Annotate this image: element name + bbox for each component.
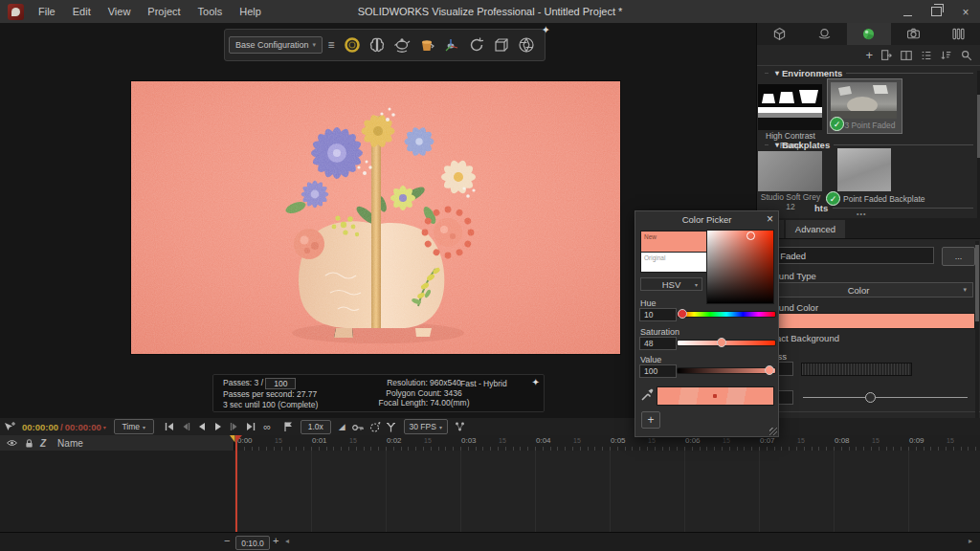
custom-swatch-strip[interactable] [657,386,774,406]
hue-slider-knob[interactable] [678,309,687,319]
close-button[interactable]: × [953,1,978,24]
loop-button[interactable]: ∞ [259,420,276,433]
detail-list-button[interactable] [920,49,933,62]
saturation-slider-knob[interactable] [717,338,726,347]
environment-thumb-3-point-faded[interactable]: ✓ 3 Point Faded [827,78,902,134]
tab-advanced[interactable]: Advanced [786,220,845,238]
skip-end-button[interactable] [243,420,259,433]
configuration-dropdown[interactable]: Base Configuration ▾ [229,36,323,54]
new-color-swatch[interactable]: New [640,231,717,253]
hue-slider[interactable] [677,311,776,318]
more-options-button[interactable]: ... [942,247,975,266]
denoiser-button[interactable] [365,33,390,57]
rotation-slider-track[interactable] [803,397,968,398]
play-button[interactable] [211,420,227,433]
backplate-thumb-studio-soft-grey[interactable] [758,151,822,191]
saturation-input[interactable]: 48 [639,337,677,350]
camera-view-button[interactable] [489,33,514,57]
turntable-button[interactable] [464,33,489,57]
render-mode-button[interactable] [390,33,414,57]
close-icon[interactable]: × [767,212,773,226]
curve-icon[interactable]: Z [40,438,46,449]
select-tool-icon[interactable] [3,421,16,433]
chevron-down-icon: ▾ [963,286,967,294]
zoom-in-button[interactable]: + [273,535,278,546]
scroll-right-arrow[interactable]: ▸ [969,537,972,545]
stats-pin-icon[interactable]: ✦ [532,377,540,387]
backplate-thumb-point-faded[interactable] [837,148,891,191]
tab-libraries[interactable] [936,23,980,45]
menu-edit[interactable]: Edit [64,0,100,23]
paint-bucket-button[interactable] [414,33,439,57]
auto-key-button[interactable] [452,420,468,433]
time-mode-dropdown[interactable]: Time ▾ [114,419,154,434]
step-back-button[interactable] [178,420,194,433]
zoom-out-button[interactable]: − [224,535,230,546]
add-swatch-button[interactable]: + [641,411,660,429]
tab-appearances[interactable] [802,23,847,45]
ramp-icon: ◢ [339,422,345,431]
timecode-caret-icon[interactable]: ▾ [103,424,106,430]
ramp-button[interactable]: ◢ [334,420,350,433]
ghost-button[interactable] [367,420,383,433]
partial-section-header[interactable]: hts [814,203,973,213]
original-color-label: Original [644,254,665,261]
saturation-value-square[interactable] [706,230,774,304]
saturation-slider[interactable] [677,340,776,346]
render-eta: 3 sec until 100 (Complete) [223,400,318,410]
value-input[interactable]: 100 [639,364,677,378]
fps-dropdown[interactable]: 30 FPS ▾ [404,419,448,434]
appearance-ring-button[interactable] [340,33,365,57]
value-slider[interactable] [677,367,776,374]
value-slider-knob[interactable] [765,365,774,375]
menu-view[interactable]: View [100,0,140,23]
environments-section-header[interactable]: ▾ Environments [761,68,977,78]
resize-grip[interactable] [769,428,777,435]
keyframe-button[interactable] [350,420,367,433]
lock-icon[interactable] [24,438,34,449]
hue-input[interactable]: 10 [639,308,677,321]
step-forward-button[interactable] [227,420,243,433]
sort-button[interactable] [940,49,953,62]
splitter-handle[interactable]: ••• [857,210,866,217]
tab-models[interactable] [757,23,802,45]
timeline-zoom-input[interactable]: 0:10.0 [235,536,270,550]
color-mode-dropdown[interactable]: HSV ▾ [640,277,702,291]
preview-render-button[interactable] [280,420,297,433]
teapot-icon [392,35,412,55]
menu-help[interactable]: Help [231,0,270,23]
brightness-slider[interactable] [801,363,912,376]
render-button[interactable] [514,33,539,57]
skip-start-button[interactable] [162,420,178,433]
timeline-ruler[interactable]: 0:00150:01150:02150:03150:04150:05150:06… [234,435,980,451]
original-color-swatch[interactable]: Original [640,252,717,273]
rotation-slider-knob[interactable] [865,392,876,403]
eye-icon[interactable] [6,438,18,448]
menu-file[interactable]: File [30,0,64,23]
menu-tools[interactable]: Tools [189,0,232,23]
restore-button[interactable] [924,0,949,23]
passes-limit-input[interactable]: 100 [265,378,296,389]
scroll-left-arrow[interactable]: ◂ [285,537,289,545]
hue-label: Hue [640,298,657,308]
properties-scrollbar[interactable] [975,241,979,429]
timeline-tracks[interactable] [234,451,980,532]
playhead[interactable] [235,435,237,532]
trim-button[interactable] [383,420,399,433]
import-button[interactable] [880,49,893,62]
add-button[interactable]: + [865,50,873,61]
menu-project[interactable]: Project [139,0,189,23]
split-view-button[interactable] [900,49,913,62]
eyedropper-icon[interactable] [640,386,654,402]
tab-cameras[interactable] [891,23,936,45]
environment-thumb-high-contrast[interactable] [758,84,822,130]
toolbar-pin-icon[interactable]: ✦ [542,24,550,36]
transform-object-button[interactable] [439,33,464,57]
playhead-marker[interactable] [230,435,242,443]
background-type-value: Color [848,285,870,296]
playback-speed-input[interactable]: 1.0x [301,420,331,434]
play-reverse-button[interactable] [194,420,211,433]
configuration-menu-button[interactable]: ≡ [323,33,340,57]
tab-scenes[interactable] [847,23,892,45]
search-icon[interactable] [960,49,973,62]
